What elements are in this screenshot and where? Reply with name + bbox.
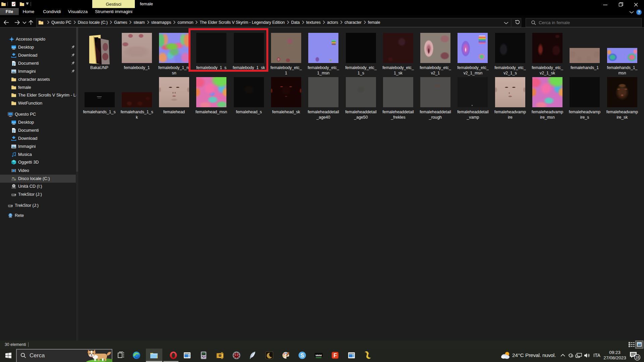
svg-text:MMM: MMM bbox=[316, 354, 322, 357]
svg-text:18: 18 bbox=[635, 355, 639, 359]
svg-text:S: S bbox=[301, 353, 304, 358]
svg-text:?: ? bbox=[638, 10, 640, 15]
svg-text:F: F bbox=[334, 353, 337, 358]
